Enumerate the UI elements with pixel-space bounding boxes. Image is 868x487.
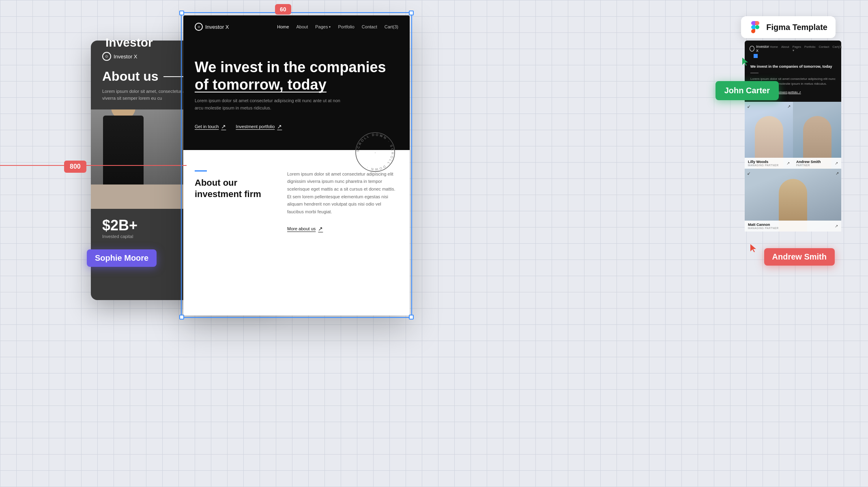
- badge-john[interactable]: John Carter: [715, 81, 779, 100]
- mini-nav-logo-circle-icon: [750, 46, 754, 51]
- people-grid: ↙ ↗ Lilly Woods Managing Partner ↗ Andre…: [745, 102, 841, 169]
- andrew-role: Partner: [796, 164, 821, 167]
- handle-bottom-left[interactable]: [179, 315, 184, 320]
- pages-chevron-icon: ▾: [329, 25, 331, 29]
- lilly-expand-tr-icon[interactable]: ↗: [787, 104, 791, 109]
- figma-badge: Figma Template: [741, 16, 836, 38]
- green-cursor-icon: [741, 57, 750, 68]
- left-card-logo-icon: ⊙: [102, 52, 111, 61]
- mini-nav-pages: Pages ▾: [793, 45, 801, 52]
- mini-nav-portfolio: Portfolio: [804, 45, 816, 52]
- handle-bottom-right[interactable]: [409, 315, 414, 320]
- left-card-stat-label: Invested capital: [102, 234, 138, 239]
- lilly-overlay: Lilly Woods Managing Partner ↗: [745, 158, 793, 169]
- investment-portfolio-button[interactable]: Investment portfolio ↗: [236, 123, 282, 130]
- badge-60: 60: [275, 4, 291, 15]
- mini-nav-contact: Contact: [819, 45, 829, 52]
- main-nav-links: Home About Pages ▾ Portfolio Contact Car…: [277, 24, 398, 29]
- nav-link-cart[interactable]: Cart(3): [385, 24, 398, 29]
- andrew-overlay: Andrew Smith Partner ↗: [793, 158, 841, 169]
- get-in-touch-button[interactable]: Get in touch ↗: [195, 123, 226, 130]
- lilly-name: Lilly Woods: [748, 160, 779, 164]
- more-about-us-button[interactable]: More about us ↗: [287, 225, 323, 232]
- matt-expand-tl-icon: ↙: [747, 171, 750, 176]
- mini-hero-title: We invest in the companies of tomorrow, …: [750, 64, 836, 69]
- andrew-arrow-icon: ↗: [835, 161, 838, 165]
- mini-nav-logo: Investor X: [750, 45, 770, 53]
- mini-nav-logo-text: Investor X: [756, 45, 770, 53]
- mini-accent-line: [750, 73, 758, 73]
- hero-title: We invest in the companies of tomorrow, …: [195, 58, 398, 93]
- nav-link-about[interactable]: About: [296, 24, 308, 29]
- about-text: Lorem ipsum dolor sit amet consectetur a…: [287, 170, 398, 216]
- about-accent-bar: [195, 170, 207, 172]
- handle-top-right[interactable]: [409, 11, 414, 15]
- blue-square-accent: [754, 54, 758, 58]
- lilly-arrow-icon: ↗: [786, 161, 790, 165]
- handle-top-left[interactable]: [179, 11, 184, 15]
- mini-nav-cart: Cart(3): [832, 45, 842, 52]
- scroll-down-circle: SCROLL DOWN · SCROLL DOWN · ↑: [353, 130, 397, 174]
- hero-section: We invest in the companies of tomorrow, …: [183, 38, 410, 150]
- matt-row: ↙ ↗ Matt Cannon Managing Partner ↗: [745, 169, 841, 232]
- main-card: ⊙ Investor X Home About Pages ▾ Portfoli…: [183, 15, 410, 315]
- lilly-role: Managing Partner: [748, 164, 779, 167]
- main-nav-logo-icon: ⊙: [195, 23, 203, 31]
- about-title: About our investment firm: [195, 177, 276, 200]
- nav-link-contact[interactable]: Contact: [362, 24, 377, 29]
- badge-andrew[interactable]: Andrew Smith: [764, 248, 835, 266]
- andrew-info: Andrew Smith Partner: [796, 160, 821, 167]
- portfolio-arrow-icon: ↗: [277, 123, 282, 130]
- about-right: Lorem ipsum dolor sit amet consectetur a…: [287, 170, 398, 232]
- matt-overlay: Matt Cannon Managing Partner ↗: [745, 221, 841, 232]
- main-nav-logo: ⊙ Investor X: [195, 23, 229, 31]
- right-panel: Investor X Home About Pages ▾ Portfolio …: [745, 41, 841, 232]
- red-cursor-icon: [749, 243, 758, 255]
- mini-nav: Investor X Home About Pages ▾ Portfolio …: [745, 41, 841, 57]
- nav-link-pages[interactable]: Pages ▾: [315, 24, 331, 29]
- investor-label: Investor: [105, 36, 153, 49]
- figma-template-label: Figma Template: [766, 23, 827, 32]
- main-nav: ⊙ Investor X Home About Pages ▾ Portfoli…: [183, 15, 410, 38]
- svg-text:↑: ↑: [374, 151, 376, 154]
- meeting-person-main: [103, 116, 144, 193]
- about-left: About our investment firm: [195, 170, 276, 232]
- scroll-circle-svg: SCROLL DOWN · SCROLL DOWN · ↑: [353, 130, 397, 174]
- mini-nav-about: About: [781, 45, 789, 52]
- figma-logo-icon: [749, 21, 761, 33]
- get-in-touch-arrow-icon: ↗: [221, 123, 226, 130]
- main-nav-logo-text: Investor X: [205, 24, 229, 30]
- nav-link-portfolio[interactable]: Portfolio: [338, 24, 354, 29]
- matt-arrow-icon: ↗: [835, 224, 838, 228]
- badge-800: 800: [64, 161, 86, 173]
- matt-expand-tr-icon[interactable]: ↗: [836, 171, 839, 176]
- lilly-expand-tl-icon: ↙: [747, 104, 750, 109]
- person-cell-andrew: Andrew Smith Partner ↗: [793, 102, 841, 169]
- left-card-stat-number: $2B+: [102, 217, 138, 234]
- badge-sophie[interactable]: Sophie Moore: [87, 249, 157, 267]
- matt-name: Matt Cannon: [748, 223, 779, 227]
- hero-text: Lorem ipsum dolor sit amet consectetur a…: [195, 97, 341, 112]
- andrew-name: Andrew Smith: [796, 160, 821, 164]
- ruler-line: [0, 165, 187, 166]
- matt-info: Matt Cannon Managing Partner: [748, 223, 779, 230]
- left-card-stat: $2B+ Invested capital: [102, 217, 138, 239]
- hero-title-line2: of tomorrow, today: [195, 76, 327, 93]
- more-about-arrow-icon: ↗: [318, 225, 323, 232]
- left-card-logo-text: Investor X: [114, 54, 138, 60]
- hero-buttons: Get in touch ↗ Investment portfolio ↗: [195, 123, 398, 130]
- mini-nav-items: Home About Pages ▾ Portfolio Contact Car…: [770, 45, 842, 52]
- nav-link-home[interactable]: Home: [277, 24, 289, 29]
- matt-role: Managing Partner: [748, 227, 779, 230]
- lilly-info: Lilly Woods Managing Partner: [748, 160, 779, 167]
- mini-nav-home: Home: [770, 45, 778, 52]
- person-cell-lilly: ↙ ↗ Lilly Woods Managing Partner ↗: [745, 102, 793, 169]
